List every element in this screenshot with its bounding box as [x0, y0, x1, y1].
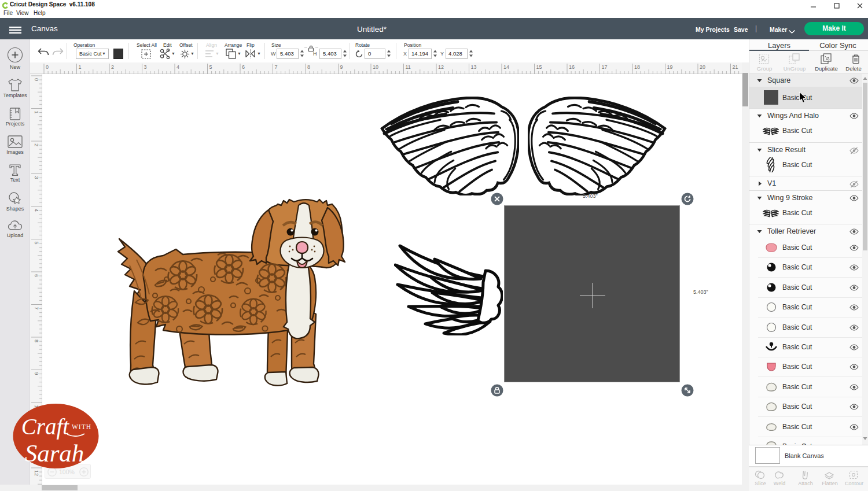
svg-text:3: 3: [34, 176, 39, 179]
svg-text:16: 16: [569, 64, 575, 70]
svg-text:4: 4: [176, 64, 179, 70]
svg-text:8: 8: [307, 64, 310, 70]
svg-text:6: 6: [242, 64, 245, 70]
svg-text:11: 11: [406, 64, 411, 70]
svg-text:6: 6: [34, 274, 39, 277]
svg-text:WITH: WITH: [72, 423, 91, 430]
svg-text:1: 1: [34, 111, 39, 114]
svg-text:8: 8: [34, 339, 39, 342]
svg-text:Craft: Craft: [21, 414, 70, 440]
svg-text:0: 0: [46, 64, 49, 70]
svg-text:12: 12: [34, 470, 39, 476]
svg-text:5: 5: [209, 64, 212, 70]
svg-text:14: 14: [503, 64, 509, 70]
svg-text:5: 5: [34, 242, 39, 245]
svg-text:10: 10: [373, 64, 378, 70]
svg-text:1: 1: [79, 64, 82, 70]
svg-text:9: 9: [340, 64, 343, 70]
svg-text:2: 2: [34, 143, 39, 146]
svg-text:2: 2: [111, 64, 114, 70]
svg-text:19: 19: [667, 64, 673, 70]
svg-text:15: 15: [536, 64, 542, 70]
svg-text:7: 7: [275, 64, 278, 70]
svg-text:9: 9: [34, 372, 39, 375]
svg-text:20: 20: [700, 64, 705, 70]
svg-text:21: 21: [733, 64, 738, 70]
svg-text:13: 13: [471, 64, 477, 70]
svg-text:7: 7: [34, 307, 39, 310]
svg-text:12: 12: [438, 64, 444, 70]
svg-text:3: 3: [144, 64, 147, 70]
svg-text:17: 17: [602, 64, 608, 70]
svg-text:0: 0: [34, 78, 39, 81]
svg-text:4: 4: [34, 209, 39, 212]
svg-text:18: 18: [634, 64, 640, 70]
svg-text:Sarah: Sarah: [25, 440, 84, 467]
